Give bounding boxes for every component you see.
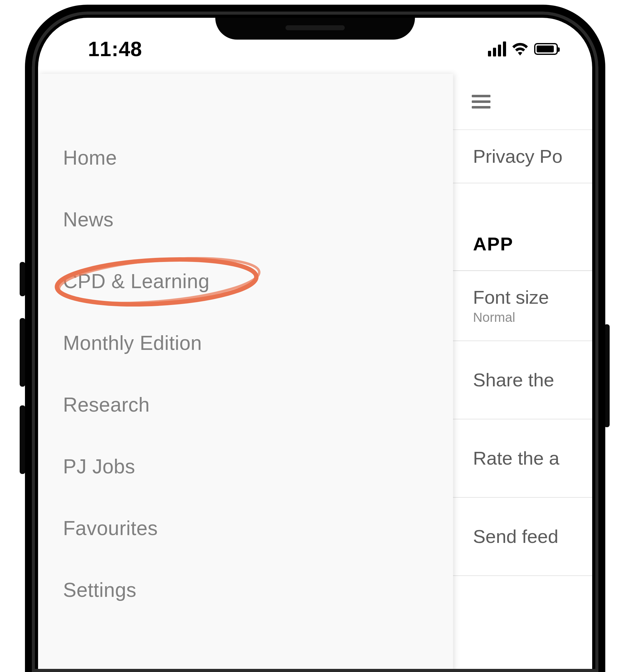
status-bar: 11:48 bbox=[38, 33, 592, 64]
status-icons bbox=[488, 42, 558, 56]
drawer-item-monthly-edition[interactable]: Monthly Edition bbox=[38, 312, 453, 374]
drawer-item-research[interactable]: Research bbox=[38, 374, 453, 436]
phone-mute-switch bbox=[20, 262, 25, 296]
settings-row-label: Share the bbox=[473, 370, 554, 391]
settings-row-label: Send feed bbox=[473, 526, 558, 547]
phone-volume-down-button bbox=[20, 405, 25, 474]
drawer-item-home[interactable]: Home bbox=[38, 127, 453, 189]
drawer-item-favourites[interactable]: Favourites bbox=[38, 498, 453, 559]
settings-row-send-feedback[interactable]: Send feed bbox=[453, 498, 592, 576]
drawer-item-news[interactable]: News bbox=[38, 189, 453, 250]
hamburger-icon[interactable] bbox=[472, 95, 491, 109]
drawer-item-cpd-learning[interactable]: CPD & Learning bbox=[38, 250, 453, 312]
phone-volume-up-button bbox=[20, 318, 25, 387]
drawer-item-label: Monthly Edition bbox=[63, 332, 202, 354]
drawer-item-label: PJ Jobs bbox=[63, 455, 135, 478]
drawer-item-label: Home bbox=[63, 146, 117, 169]
drawer-item-pj-jobs[interactable]: PJ Jobs bbox=[38, 436, 453, 498]
status-time: 11:48 bbox=[88, 37, 142, 61]
settings-row-rate[interactable]: Rate the a bbox=[453, 420, 592, 498]
drawer-item-label: News bbox=[63, 208, 113, 231]
battery-icon bbox=[534, 43, 558, 55]
settings-row-label: Rate the a bbox=[473, 448, 560, 469]
settings-page: Privacy Po APP Font size Normal Share th… bbox=[453, 74, 592, 672]
phone-frame: 11:48 bbox=[25, 5, 605, 672]
settings-section-app: APP bbox=[453, 183, 592, 271]
settings-row-share[interactable]: Share the bbox=[453, 341, 592, 420]
wifi-icon bbox=[512, 43, 528, 55]
phone-speaker bbox=[285, 25, 345, 30]
cellular-signal-icon bbox=[488, 42, 506, 56]
settings-row-privacy[interactable]: Privacy Po bbox=[453, 130, 592, 183]
drawer-item-label: Research bbox=[63, 394, 150, 416]
settings-row-label: Font size bbox=[473, 287, 549, 308]
drawer-item-label: CPD & Learning bbox=[63, 270, 209, 293]
phone-screen: 11:48 bbox=[38, 18, 592, 672]
app-body: Privacy Po APP Font size Normal Share th… bbox=[38, 74, 592, 672]
settings-row-font-size[interactable]: Font size Normal bbox=[453, 271, 592, 341]
drawer-item-label: Settings bbox=[63, 579, 136, 601]
settings-row-value: Normal bbox=[473, 310, 592, 325]
settings-row-label: Privacy Po bbox=[473, 146, 563, 167]
nav-drawer: Home News CPD & Learning Monthly Edition bbox=[38, 74, 453, 672]
settings-top-bar bbox=[453, 74, 592, 130]
drawer-item-settings[interactable]: Settings bbox=[38, 559, 453, 621]
drawer-item-label: Favourites bbox=[63, 517, 158, 539]
